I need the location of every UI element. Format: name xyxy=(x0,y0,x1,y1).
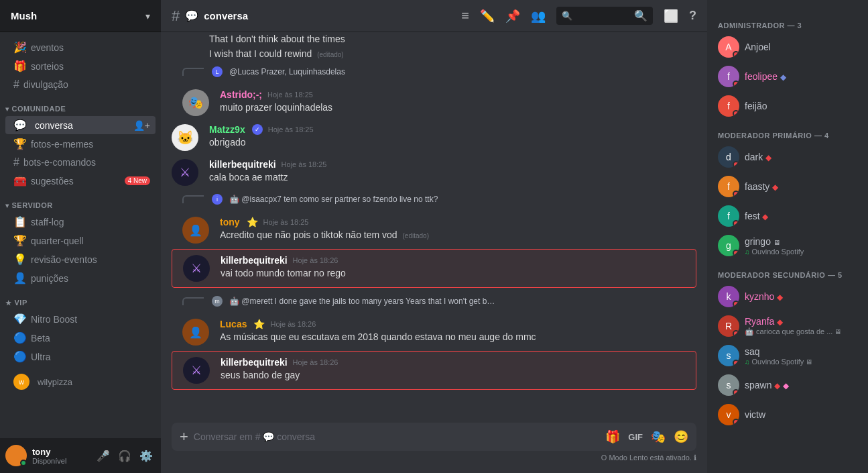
author-name[interactable]: killerbequitreki xyxy=(209,159,276,170)
mute-button[interactable]: 🎤 xyxy=(94,446,113,465)
search-input[interactable] xyxy=(562,11,631,21)
members-icon[interactable]: 👥 xyxy=(531,9,546,23)
member-info: faasty ◆ xyxy=(745,181,778,192)
pin-icon[interactable]: 📌 xyxy=(505,9,520,23)
message-text: That I don't think about the times xyxy=(209,33,696,46)
member-item[interactable]: f fest ◆ xyxy=(712,201,863,231)
message-text: seus bando de gay xyxy=(221,369,685,382)
edit-icon[interactable]: ✏️ xyxy=(480,9,495,23)
member-name: kyznho ◆ xyxy=(745,291,783,302)
sidebar-item-punicoes[interactable]: 👤 punições xyxy=(5,269,156,287)
toolbox-icon: 🧰 xyxy=(13,174,27,187)
server-header[interactable]: Mush ▾ xyxy=(0,0,161,32)
chat-icon: 💬 xyxy=(13,119,27,132)
message-group-highlighted: ⚔ killerbequitreki Hoje às 18:26 seus ba… xyxy=(172,351,696,390)
inbox-icon[interactable]: ⬜ xyxy=(664,9,678,23)
member-avatar: f xyxy=(718,176,739,197)
avatar: ⚔ xyxy=(183,255,210,282)
member-item[interactable]: f feolipee ◆ xyxy=(712,62,863,91)
sidebar-item-sorteios[interactable]: 🎁 sorteios xyxy=(5,57,156,75)
deafen-button[interactable]: 🎧 xyxy=(115,446,134,465)
sidebar-item-ultra[interactable]: 🔵 Ultra xyxy=(5,348,156,366)
member-info: feolipee ◆ xyxy=(745,71,786,82)
reply-indicator: L @Lucas Prazer, Luquinhasdelas xyxy=(172,66,696,77)
emoji-icon[interactable]: 😊 xyxy=(674,429,688,444)
author-name[interactable]: tony xyxy=(220,217,240,227)
star-badge: ⭐ xyxy=(253,319,265,329)
member-item[interactable]: d dark ◆ xyxy=(712,142,863,172)
attach-button[interactable]: + xyxy=(180,423,188,451)
timestamp: Hoje às 18:25 xyxy=(268,125,314,134)
sidebar-item-nitro-boost[interactable]: 💎 Nitro Boost xyxy=(5,310,156,328)
gif-icon[interactable]: GIF xyxy=(628,432,643,442)
reply-text: 🤖 @isaacpx7 tem como ser partner so fzen… xyxy=(229,195,438,204)
member-item[interactable]: g gringo 🖥 ♫ Ouvindo Spotify xyxy=(712,231,863,260)
circle-icon: 🔵 xyxy=(13,331,27,344)
message-group: i 🤖 @isaacpx7 tem como ser partner so fz… xyxy=(161,189,707,246)
member-item[interactable]: v victw xyxy=(712,400,863,429)
member-item[interactable]: R Ryanfa ◆ 🤖 carioca que gosta de ... 🖥 xyxy=(712,311,863,341)
star-badge: ⭐ xyxy=(247,217,258,227)
sidebar-item-sugestoes[interactable]: 🧰 sugestões 4 New xyxy=(5,172,156,190)
message-meta: killerbequitreki Hoje às 18:26 xyxy=(221,255,685,266)
timestamp: Hoje às 18:26 xyxy=(270,320,316,328)
member-status-dot xyxy=(733,330,739,337)
author-name[interactable]: Astrido;-; xyxy=(220,89,262,100)
member-item[interactable]: f feijão xyxy=(712,91,863,121)
message-text: As músicas que eu escutava em 2018 quand… xyxy=(220,331,696,344)
member-status-dot xyxy=(733,220,739,227)
member-item[interactable]: f faasty ◆ xyxy=(712,172,863,201)
header-actions: ≡ ✏️ 📌 👥 🔍 ⬜ ? xyxy=(461,7,696,25)
settings-button[interactable]: ⚙️ xyxy=(137,446,156,465)
sidebar-item-beta[interactable]: 🔵 Beta xyxy=(5,329,156,347)
message-text: Acredito que não pois o tiktok não tem v… xyxy=(220,229,696,242)
sidebar-item-revisao-eventos[interactable]: 💡 revisão-eventos xyxy=(5,250,156,268)
person-icon: 👤 xyxy=(13,272,27,284)
sidebar-item-quarter-quell[interactable]: 🏆 quarter-quell xyxy=(5,231,156,250)
member-item[interactable]: s saq ♫ Ouvindo Spotify 🖥 xyxy=(712,341,863,370)
sidebar-item-eventos[interactable]: 🎉 eventos xyxy=(5,38,156,56)
sidebar-item-staff-log[interactable]: 📋 staff-log xyxy=(5,213,156,231)
sidebar-item-wilypizza[interactable]: w wilypizza xyxy=(5,371,156,392)
message-input[interactable] xyxy=(194,423,600,450)
input-icons: 🎁 GIF 🎭 😊 xyxy=(605,424,688,450)
search-bar[interactable]: 🔍 xyxy=(556,7,653,25)
category-servidor[interactable]: ▾ SERVIDOR xyxy=(0,191,161,212)
timestamp: Hoje às 18:26 xyxy=(293,358,338,366)
sidebar-item-conversa[interactable]: 💬 conversa 👤+ xyxy=(5,116,156,134)
member-name: faasty ◆ xyxy=(745,181,778,192)
add-user-icon[interactable]: 👤+ xyxy=(133,120,150,131)
avatar: 🎭 xyxy=(182,89,209,116)
reply-indicator: i 🤖 @isaacpx7 tem como ser partner so fz… xyxy=(172,194,696,205)
author-name[interactable]: killerbequitreki xyxy=(221,357,288,368)
sidebar-item-fotos-e-memes[interactable]: 🏆 fotos-e-memes xyxy=(5,135,156,153)
user-avatar xyxy=(5,445,27,466)
input-box: + 🎁 GIF 🎭 😊 xyxy=(172,423,696,451)
sidebar-item-divulgacao[interactable]: # divulgação xyxy=(5,76,156,93)
author-name[interactable]: Matzz9x xyxy=(209,124,245,135)
message-content: killerbequitreki Hoje às 18:25 cala boca… xyxy=(209,159,696,186)
collapse-icon: ★ xyxy=(5,299,12,307)
sidebar-item-bots-e-comandos[interactable]: # bots-e-comandos xyxy=(5,154,156,171)
category-vip[interactable]: ★ VIP xyxy=(0,288,161,309)
member-sub: 🤖 carioca que gosta de ... 🖥 xyxy=(745,327,841,336)
message-text: obrigado xyxy=(209,136,696,150)
member-status-dot xyxy=(733,161,739,168)
member-item[interactable]: A Anjoel xyxy=(712,32,863,62)
sticker-icon[interactable]: 🎭 xyxy=(651,429,666,444)
gift-icon[interactable]: 🎁 xyxy=(605,429,620,444)
member-avatar: v xyxy=(718,404,739,425)
member-status-dot xyxy=(733,191,739,197)
member-item[interactable]: k kyznho ◆ xyxy=(712,282,863,311)
help-icon[interactable]: ? xyxy=(689,9,696,23)
verified-badge: ✓ xyxy=(252,124,263,135)
member-item[interactable]: s spawn ◆ ◆ xyxy=(712,370,863,400)
member-info: gringo 🖥 ♫ Ouvindo Spotify xyxy=(745,236,804,256)
threads-icon[interactable]: ≡ xyxy=(461,8,469,23)
author-name[interactable]: Lucas xyxy=(220,319,247,329)
message-content: Matzz9x ✓ Hoje às 18:25 obrigado xyxy=(209,124,696,151)
author-name[interactable]: killerbequitreki xyxy=(221,255,288,266)
category-comunidade[interactable]: ▾ COMUNIDADE xyxy=(0,94,161,115)
pencil-icon: 💡 xyxy=(13,253,27,266)
message-meta: killerbequitreki Hoje às 18:26 xyxy=(221,357,685,368)
